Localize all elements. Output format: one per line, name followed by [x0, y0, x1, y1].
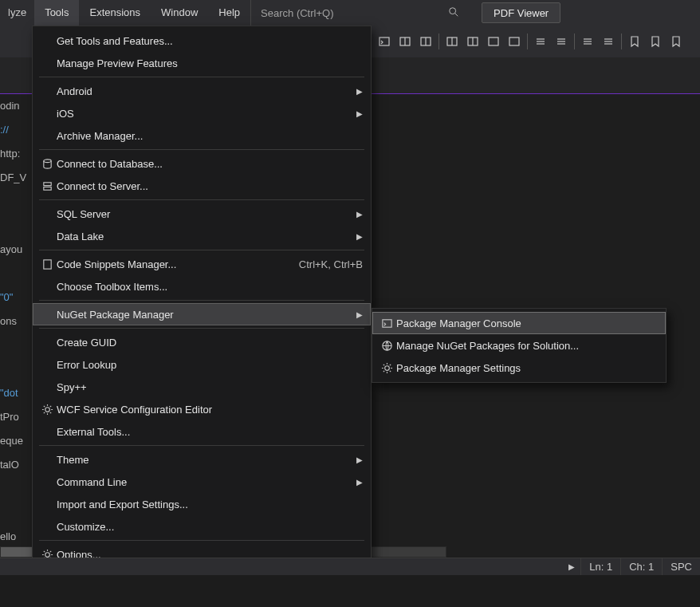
tools-menu-item-17[interactable]: Theme▶ [33, 448, 371, 471]
menu-item-label: Error Lookup [57, 359, 363, 371]
menu-item-label: NuGet Package Manager [57, 309, 347, 321]
console-icon [377, 317, 396, 329]
tools-menu-item-5[interactable]: Connect to Database... [33, 152, 371, 175]
menu-separator [39, 149, 364, 150]
tools-menu-item-4[interactable]: Archive Manager... [33, 124, 371, 147]
menu-separator [39, 199, 364, 200]
tools-menu-item-18[interactable]: Command Line▶ [33, 471, 371, 493]
menu-item-label: Code Snippets Manager... [57, 258, 283, 270]
bookmark-outline-icon[interactable] [646, 32, 665, 51]
stack-icon[interactable] [505, 32, 524, 51]
menu-bar: lyze Tools Extensions Window Help Search… [0, 0, 700, 26]
tools-menu-item-20[interactable]: Customize... [33, 515, 371, 538]
menu-item-label: SQL Server [57, 208, 347, 220]
chevron-right-icon: ▶ [356, 310, 363, 319]
menu-item-label: Choose Toolbox Items... [57, 281, 363, 293]
panel2-icon[interactable] [416, 32, 435, 51]
svg-point-0 [450, 7, 456, 14]
menu-separator [39, 540, 364, 541]
panel-icon[interactable] [395, 32, 415, 51]
menu-separator [39, 77, 364, 77]
indent-icon[interactable] [552, 32, 571, 51]
pdf-viewer-label: PDF Viewer [494, 7, 549, 19]
menu-help[interactable]: Help [208, 0, 250, 26]
tools-menu-item-14[interactable]: Spy++ [33, 376, 371, 398]
toolbar-divider [527, 34, 528, 49]
menu-item-label: Archive Manager... [57, 130, 363, 142]
tools-menu-item-2[interactable]: Android▶ [33, 80, 371, 102]
tools-menu-item-10[interactable]: Choose Toolbox Items... [33, 275, 371, 298]
menu-extensions[interactable]: Extensions [79, 0, 151, 26]
toolbar-divider [438, 34, 439, 49]
nuget-submenu: Package Manager ConsoleManage NuGet Pack… [372, 308, 667, 383]
svg-rect-26 [43, 182, 50, 185]
tools-menu-item-0[interactable]: Get Tools and Features... [33, 30, 371, 52]
chevron-right-icon: ▶ [356, 478, 363, 487]
tools-menu-item-12[interactable]: Create GUID [33, 331, 371, 353]
sub-item-0[interactable]: Package Manager Console [372, 312, 666, 334]
tools-menu: Get Tools and Features...Manage Preview … [32, 26, 372, 570]
tools-menu-item-9[interactable]: Code Snippets Manager...Ctrl+K, Ctrl+B [33, 253, 371, 275]
device-icon[interactable] [442, 32, 462, 51]
svg-rect-28 [43, 259, 50, 268]
menu-separator [39, 300, 364, 301]
sub-item-1[interactable]: Manage NuGet Packages for Solution... [372, 334, 666, 357]
menu-item-label: Manage NuGet Packages for Solution... [396, 340, 658, 352]
device3-icon[interactable] [484, 32, 503, 51]
tools-menu-item-7[interactable]: SQL Server▶ [33, 203, 371, 225]
tools-menu-item-11[interactable]: NuGet Package Manager▶ [33, 303, 371, 325]
status-column[interactable]: Ch: 1 [620, 558, 662, 575]
tools-menu-item-3[interactable]: iOS▶ [33, 102, 371, 124]
device2-icon[interactable] [463, 32, 482, 51]
menu-item-label: Manage Preview Features [57, 57, 363, 69]
tools-menu-item-13[interactable]: Error Lookup [33, 353, 371, 376]
bottom-panel [0, 575, 700, 607]
terminal-icon[interactable] [375, 32, 394, 51]
menu-separator [39, 250, 364, 250]
indentleft-icon[interactable] [578, 32, 597, 51]
svg-rect-2 [379, 37, 389, 45]
menu-item-label: Import and Export Settings... [57, 499, 363, 510]
menubar-truncated-item[interactable]: lyze [0, 0, 34, 26]
tools-menu-item-6[interactable]: Connect to Server... [33, 175, 371, 197]
pdf-viewer-button[interactable]: PDF Viewer [482, 2, 560, 23]
menu-item-label: Get Tools and Features... [57, 35, 363, 47]
globe-icon [377, 340, 396, 352]
snippet-icon [37, 258, 57, 270]
menu-item-label: External Tools... [57, 426, 363, 438]
menu-separator [39, 445, 364, 446]
status-spaces[interactable]: SPC [662, 558, 700, 575]
toolbar-divider [574, 34, 575, 49]
menu-item-label: Command Line [57, 476, 347, 488]
sub-item-2[interactable]: Package Manager Settings [372, 357, 666, 379]
tools-menu-item-1[interactable]: Manage Preview Features [33, 52, 371, 74]
svg-rect-31 [382, 319, 391, 326]
tools-menu-item-16[interactable]: External Tools... [33, 420, 371, 443]
menu-item-label: Package Manager Settings [396, 362, 658, 374]
menu-window[interactable]: Window [151, 0, 208, 26]
chevron-right-icon: ▶ [356, 455, 363, 464]
bookmark-x-icon[interactable] [667, 32, 686, 51]
tools-menu-item-19[interactable]: Import and Export Settings... [33, 493, 371, 515]
menu-item-shortcut: Ctrl+K, Ctrl+B [299, 258, 363, 270]
brackets-icon[interactable] [531, 32, 550, 51]
status-bar: ▶ Ln: 1 Ch: 1 SPC [0, 558, 700, 575]
svg-point-30 [45, 552, 49, 557]
chevron-right-icon: ▶ [356, 87, 363, 96]
chevron-right-icon: ▶ [356, 232, 363, 241]
search-box[interactable]: Search (Ctrl+Q) [250, 0, 466, 26]
bookmark-icon[interactable] [625, 32, 644, 51]
tools-menu-item-15[interactable]: WCF Service Configuration Editor [33, 398, 371, 420]
tools-menu-item-8[interactable]: Data Lake▶ [33, 225, 371, 247]
menu-tools[interactable]: Tools [34, 0, 79, 26]
status-line[interactable]: Ln: 1 [580, 558, 620, 575]
menu-item-label: Connect to Database... [57, 158, 363, 170]
indentright-icon[interactable] [599, 32, 618, 51]
status-arrow-icon[interactable]: ▶ [563, 562, 580, 571]
svg-rect-11 [489, 37, 498, 45]
chevron-right-icon: ▶ [356, 210, 363, 219]
menu-item-label: Theme [57, 454, 347, 466]
menu-item-label: Package Manager Console [396, 317, 658, 329]
svg-rect-27 [43, 187, 50, 190]
menu-item-label: Connect to Server... [57, 180, 363, 192]
